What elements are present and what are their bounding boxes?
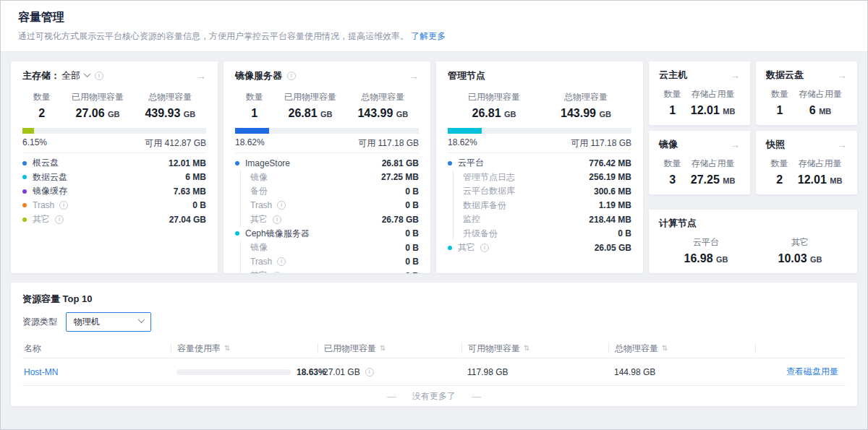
- page-title: 容量管理: [18, 10, 850, 25]
- stat-value: 143.99 GB: [357, 107, 408, 120]
- row-used: 27.01 GB: [323, 367, 360, 377]
- arrow-right-icon[interactable]: →: [730, 139, 740, 150]
- col-usage: 容量使用率⇅: [171, 343, 318, 353]
- info-icon[interactable]: i: [287, 72, 296, 80]
- stat-label: 存储占用量: [691, 88, 736, 100]
- usage-bar: [22, 128, 206, 134]
- legend-row: 其它 i 26.78 GB: [240, 212, 419, 227]
- legend-value: 0 B: [405, 243, 419, 253]
- sort-icon[interactable]: ⇅: [524, 343, 529, 353]
- arrow-right-icon[interactable]: →: [730, 70, 740, 80]
- stat-value: 143.99 GB: [561, 107, 611, 120]
- stats-row: 数量 2 已用物理容量 27.06 GB 总物理容量 439.93 GB: [22, 91, 206, 120]
- resource-type-select[interactable]: 物理机: [66, 312, 151, 332]
- stat-value: 10.03 GB: [778, 252, 822, 265]
- available-capacity: 可用 412.87 GB: [145, 137, 206, 148]
- stat-value: 27.06 GB: [72, 107, 124, 120]
- stat: 存储占用量 12.01 MB: [798, 158, 843, 186]
- legend-row: 镜像 27.25 MB: [240, 171, 419, 185]
- arrow-right-icon[interactable]: →: [837, 70, 847, 80]
- legend-row: 其它 i 26.05 GB: [448, 241, 631, 255]
- legend-label: 监控: [463, 213, 480, 225]
- info-icon[interactable]: i: [59, 201, 68, 210]
- stat: 总物理容量 143.99 GB: [357, 91, 408, 120]
- stat-value: 12.01 MB: [798, 173, 843, 186]
- arrow-right-icon[interactable]: →: [409, 71, 419, 81]
- info-icon[interactable]: i: [273, 272, 281, 273]
- legend-row: 升级备份 0 B: [453, 227, 631, 241]
- stat-label: 其它: [778, 236, 822, 249]
- info-icon[interactable]: i: [95, 72, 103, 80]
- stat: 已用物理容量 26.81 GB: [284, 91, 336, 120]
- col-name: 名称: [22, 343, 171, 353]
- legend-label: 其它: [458, 241, 475, 254]
- legend-list: ImageStore 26.81 GB 镜像 27.25 MB: [235, 156, 419, 273]
- legend-value: 256.19 MB: [589, 172, 631, 182]
- view-disk-usage-link[interactable]: 查看磁盘用量: [786, 366, 838, 378]
- stat-value: 26.81 GB: [284, 107, 336, 120]
- top10-table: 名称 容量使用率⇅ 已用物理容量⇅ 可用物理容量⇅ 总物理容量⇅ Host-MN: [22, 339, 846, 406]
- legend-value: 0 B: [192, 200, 206, 210]
- image-card: 镜像 → 数量 3 存储占用量: [649, 131, 750, 194]
- legend-row: 镜像缓存 7.63 MB: [22, 184, 206, 199]
- sort-icon[interactable]: ⇅: [662, 343, 668, 353]
- main-area: 主存储： 全部 i → 数量 2: [1, 52, 867, 429]
- legend-value: 1.19 MB: [599, 200, 631, 210]
- resource-type-label: 资源类型: [22, 316, 57, 328]
- learn-more-link[interactable]: 了解更多: [411, 31, 446, 41]
- info-icon[interactable]: i: [277, 201, 286, 210]
- top10-panel: 资源容量 Top 10 资源类型 物理机 名称 容量使用率⇅ 已用物理容量⇅ 可…: [11, 283, 857, 406]
- stat-label: 存储占用量: [691, 158, 736, 170]
- stat: 总物理容量 439.93 GB: [145, 91, 195, 120]
- legend-value: 12.01 MB: [169, 158, 206, 168]
- legend-value: 300.6 MB: [594, 186, 631, 197]
- available-capacity: 可用 117.18 GB: [358, 137, 419, 148]
- stat: 存储占用量 12.01 MB: [691, 88, 736, 117]
- info-icon[interactable]: i: [480, 244, 489, 252]
- compute-node-card: 计算节点 云平台 16.98 GB 其它 10.03 GB: [649, 210, 857, 273]
- card-title: 云主机: [659, 69, 687, 82]
- card-title: 数据云盘: [766, 69, 804, 82]
- info-icon[interactable]: i: [365, 368, 374, 377]
- legend-dot-icon: [235, 231, 239, 236]
- host-link[interactable]: Host-MN: [24, 367, 58, 377]
- no-more-text: 没有更多了: [412, 390, 456, 403]
- row-available: 117.98 GB: [461, 367, 608, 377]
- stat: 已用物理容量 26.81 GB: [468, 91, 520, 120]
- legend-row: ImageStore 26.81 GB: [235, 156, 419, 171]
- stat-label: 总物理容量: [145, 91, 195, 103]
- legend-row: 根云盘 12.01 MB: [22, 156, 206, 171]
- legend-label: Trash: [250, 257, 272, 267]
- info-icon[interactable]: i: [273, 215, 281, 224]
- legend-value: 0 B: [405, 200, 419, 210]
- legend-dot-icon: [22, 175, 27, 179]
- col-available: 可用物理容量⇅: [461, 343, 608, 353]
- filter-row: 资源类型 物理机: [22, 312, 846, 332]
- legend-list: 根云盘 12.01 MB 数据云盘 6 MB: [22, 156, 206, 227]
- legend-value: 0 B: [405, 186, 419, 197]
- sort-icon[interactable]: ⇅: [380, 343, 386, 353]
- legend-dot-icon: [448, 161, 452, 165]
- page-subtitle: 通过可视化方式展示云平台核心资源的容量信息，方便用户掌控云平台容量使用情况，提高…: [18, 30, 850, 43]
- info-icon[interactable]: i: [55, 215, 64, 224]
- management-node-card: 管理节点 已用物理容量 26.81 GB 总物理容量 143.99 GB: [436, 61, 643, 273]
- stat-label: 数量: [771, 158, 788, 170]
- stat: 数量 1: [664, 88, 681, 117]
- arrow-right-icon[interactable]: →: [837, 139, 847, 150]
- usage-bar-fill: [235, 128, 269, 134]
- page-header: 容量管理 通过可视化方式展示云平台核心资源的容量信息，方便用户掌控云平台容量使用…: [1, 1, 867, 52]
- info-icon[interactable]: i: [277, 257, 286, 266]
- arrow-right-icon[interactable]: →: [196, 71, 206, 81]
- selected-scope: 全部: [61, 69, 80, 82]
- sort-icon[interactable]: ⇅: [224, 343, 230, 353]
- legend-label: Trash: [250, 200, 272, 210]
- legend-label: 升级备份: [463, 228, 498, 240]
- storage-scope-selector[interactable]: 全部: [61, 69, 90, 82]
- primary-storage-card-header: 主存储： 全部 i →: [22, 69, 206, 82]
- card-title: 计算节点: [659, 217, 697, 230]
- capacity-management-page: 容量管理 通过可视化方式展示云平台核心资源的容量信息，方便用户掌控云平台容量使用…: [0, 0, 868, 430]
- divider: [448, 152, 631, 153]
- legend-dot-icon: [448, 246, 452, 250]
- legend-row: Trash i 0 B: [240, 255, 419, 270]
- card-title: 镜像服务器: [235, 69, 282, 82]
